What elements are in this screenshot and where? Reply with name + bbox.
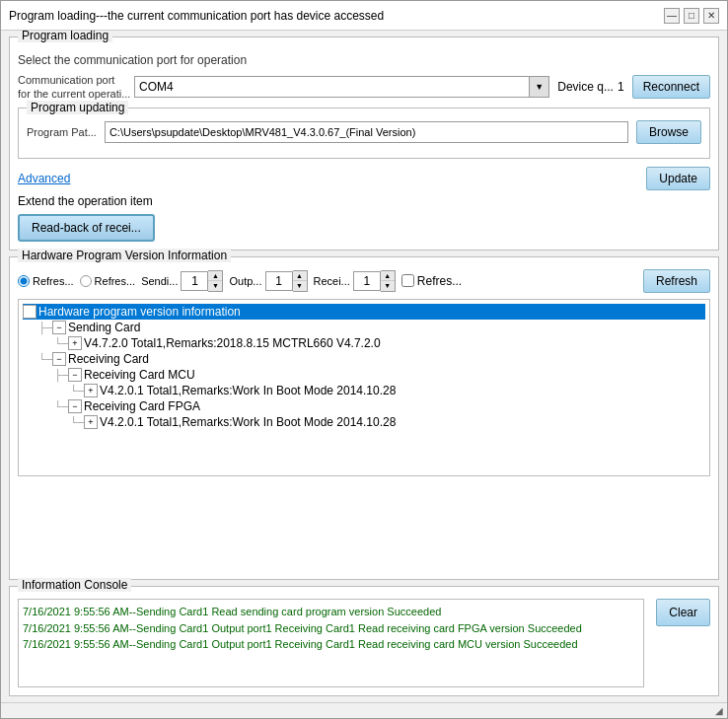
- output-group: Outp... ▲ ▼: [229, 270, 307, 292]
- combo-dropdown-arrow[interactable]: ▼: [529, 77, 548, 97]
- tree-line-6: └─: [54, 400, 66, 412]
- radio-label-1: Refres...: [33, 275, 74, 287]
- console-row: 7/16/2021 9:55:56 AM--Sending Card1 Read…: [18, 599, 710, 687]
- receiving-spinner[interactable]: ▲ ▼: [353, 270, 396, 292]
- update-button[interactable]: Update: [646, 167, 710, 190]
- comm-port-section-label: Select the communication port for operat…: [18, 53, 710, 67]
- extend-section: Extend the operation item Read-back of r…: [18, 194, 710, 242]
- sending-down[interactable]: ▼: [208, 281, 222, 291]
- tree-receiving-label: Receiving Card: [68, 352, 149, 366]
- program-updating-title: Program updating: [27, 101, 128, 114]
- receiving-group: Recei... ▲ ▼: [314, 270, 396, 292]
- comm-port-label: Communication portfor the current operat…: [18, 73, 126, 102]
- radio-label-2: Refres...: [95, 275, 136, 287]
- radio-group-2[interactable]: Refres...: [80, 275, 136, 287]
- tree-toggle-mcu[interactable]: −: [68, 368, 82, 382]
- console-area: 7/16/2021 9:55:56 AM--Sending Card1 Read…: [18, 599, 644, 687]
- browse-button[interactable]: Browse: [636, 120, 701, 144]
- hardware-title: Hardware Program Version Information: [18, 249, 231, 262]
- program-updating-box: Program updating Program Pat... Browse: [18, 108, 710, 159]
- console-line-3: 7/16/2021 9:55:56 AM--Sending Card1 Outp…: [23, 636, 639, 653]
- tree-sending-card[interactable]: ├─ − Sending Card: [23, 320, 705, 335]
- program-loading-section: Select the communication port for operat…: [18, 53, 710, 242]
- clear-button[interactable]: Clear: [656, 599, 710, 626]
- output-input[interactable]: [265, 271, 293, 291]
- sending-label: Sendi...: [141, 275, 178, 287]
- hardware-tree[interactable]: − Hardware program version information ├…: [18, 299, 710, 476]
- tree-receiving-fpga[interactable]: └─ − Receiving Card FPGA: [23, 398, 705, 414]
- advanced-link[interactable]: Advanced: [18, 172, 70, 185]
- tree-line-5: └─: [70, 385, 82, 396]
- tree-toggle-root[interactable]: −: [23, 305, 36, 319]
- tree-fpga-version-label: V4.2.0.1 Total1,Remarks:Work In Boot Mod…: [100, 415, 396, 429]
- comm-port-row: Communication portfor the current operat…: [18, 73, 710, 102]
- receiving-input[interactable]: [353, 271, 381, 291]
- output-label: Outp...: [229, 275, 261, 287]
- receiving-label: Recei...: [314, 275, 350, 287]
- radio-button-2[interactable]: [80, 275, 92, 287]
- close-button[interactable]: ✕: [703, 8, 719, 24]
- radio-button-1[interactable]: [18, 275, 30, 287]
- tree-toggle-receiving[interactable]: −: [52, 352, 66, 366]
- tree-line-7: └─: [70, 416, 82, 428]
- tree-receiving-mcu[interactable]: ├─ − Receiving Card MCU: [23, 367, 705, 383]
- tree-receiving-card[interactable]: └─ − Receiving Card: [23, 351, 705, 367]
- tree-toggle-fpga[interactable]: −: [68, 399, 82, 413]
- minimize-button[interactable]: —: [664, 8, 680, 24]
- device-qty-value: 1: [618, 80, 624, 94]
- tree-line-4: ├─: [54, 369, 66, 381]
- refresh-checkbox[interactable]: [401, 274, 414, 287]
- tree-line-2: └─: [54, 337, 66, 349]
- path-label: Program Pat...: [27, 126, 97, 138]
- device-qty-label: Device q...: [557, 80, 614, 94]
- hw-controls: Refres... Refres... Sendi... ▲ ▼: [18, 269, 710, 293]
- tree-toggle-fv[interactable]: +: [84, 415, 98, 429]
- window-controls: — □ ✕: [664, 8, 719, 24]
- advanced-update-row: Advanced Update: [18, 167, 710, 190]
- sending-group: Sendi... ▲ ▼: [141, 270, 223, 292]
- sending-input[interactable]: [181, 271, 208, 291]
- status-bar: ◢: [1, 702, 727, 718]
- program-path-row: Program Pat... Browse: [27, 120, 701, 144]
- tree-mcu-version-label: V4.2.0.1 Total1,Remarks:Work In Boot Mod…: [100, 384, 396, 397]
- window-title: Program loading---the current communicat…: [9, 9, 384, 23]
- receiving-arrows: ▲ ▼: [381, 270, 396, 292]
- receiving-down[interactable]: ▼: [381, 281, 395, 291]
- radio-group-1[interactable]: Refres...: [18, 275, 74, 287]
- tree-line-1: ├─: [38, 322, 50, 333]
- info-console-group: Information Console 7/16/2021 9:55:56 AM…: [9, 586, 719, 696]
- comm-port-combo[interactable]: COM4 ▼: [134, 76, 549, 98]
- tree-toggle-sv[interactable]: +: [68, 336, 82, 350]
- tree-mcu-version[interactable]: └─ + V4.2.0.1 Total1,Remarks:Work In Boo…: [23, 383, 705, 398]
- checkbox-group[interactable]: Refres...: [401, 274, 462, 288]
- output-down[interactable]: ▼: [293, 281, 307, 291]
- maximize-button[interactable]: □: [684, 8, 699, 24]
- tree-sending-version[interactable]: └─ + V4.7.2.0 Total1,Remarks:2018.8.15 M…: [23, 335, 705, 351]
- console-line-1: 7/16/2021 9:55:56 AM--Sending Card1 Read…: [23, 604, 639, 620]
- reconnect-button[interactable]: Reconnect: [632, 75, 710, 99]
- clear-btn-wrapper: Clear: [650, 599, 710, 626]
- output-up[interactable]: ▲: [293, 271, 307, 281]
- extend-label: Extend the operation item: [18, 194, 710, 208]
- sending-up[interactable]: ▲: [208, 271, 222, 281]
- read-back-button[interactable]: Read-back of recei...: [18, 214, 155, 242]
- tree-fpga-label: Receiving Card FPGA: [84, 399, 200, 413]
- output-spinner[interactable]: ▲ ▼: [265, 270, 308, 292]
- title-bar: Program loading---the current communicat…: [1, 1, 727, 31]
- sending-spinner[interactable]: ▲ ▼: [181, 270, 223, 292]
- tree-root[interactable]: − Hardware program version information: [23, 304, 705, 320]
- hardware-group: Hardware Program Version Information Ref…: [9, 256, 719, 580]
- program-loading-group: Program loading Select the communication…: [9, 36, 719, 251]
- tree-fpga-version[interactable]: └─ + V4.2.0.1 Total1,Remarks:Work In Boo…: [23, 414, 705, 430]
- tree-line-3: └─: [38, 353, 50, 365]
- comm-port-value: COM4: [135, 80, 529, 94]
- main-window: Program loading---the current communicat…: [0, 0, 728, 719]
- path-input[interactable]: [105, 121, 628, 143]
- tree-toggle-mv[interactable]: +: [84, 384, 98, 397]
- tree-sending-version-label: V4.7.2.0 Total1,Remarks:2018.8.15 MCTRL6…: [84, 336, 381, 350]
- console-line-2: 7/16/2021 9:55:56 AM--Sending Card1 Outp…: [23, 620, 639, 637]
- tree-toggle-sending[interactable]: −: [52, 321, 66, 334]
- tree-mcu-label: Receiving Card MCU: [84, 368, 195, 382]
- refresh-button[interactable]: Refresh: [643, 269, 710, 293]
- receiving-up[interactable]: ▲: [381, 271, 395, 281]
